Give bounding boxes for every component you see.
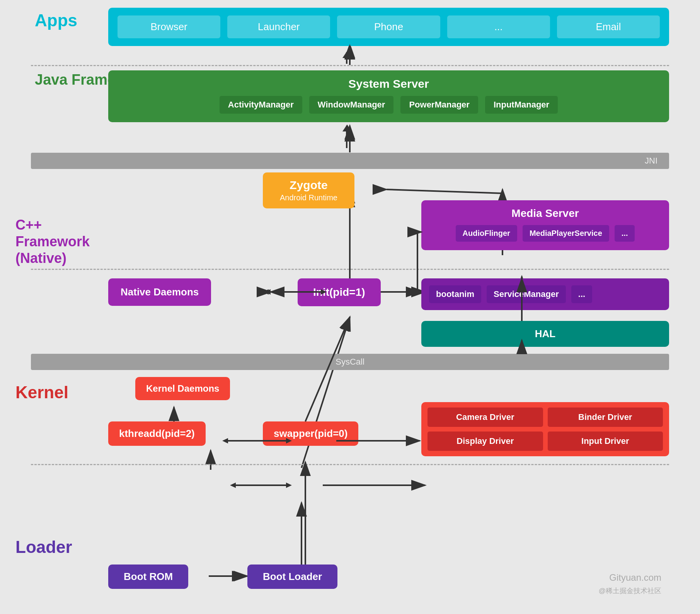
jni-bar: JNI	[31, 153, 669, 169]
app-browser: Browser	[118, 15, 220, 38]
loader-label: Loader	[15, 537, 72, 557]
swapper-box: swapper(pid=0)	[263, 421, 358, 446]
syscall-label: SysCall	[336, 357, 364, 367]
ss-power: PowerManager	[400, 96, 478, 114]
svg-marker-17	[230, 483, 236, 488]
syscall-bar: SysCall	[31, 354, 669, 370]
svg-marker-16	[286, 483, 292, 488]
zygote-box: Zygote Android Runtime	[263, 172, 354, 208]
svg-marker-32	[263, 289, 269, 295]
boot-rom-box: Boot ROM	[108, 565, 188, 589]
hal-box: HAL	[421, 321, 669, 347]
app-email: Email	[557, 15, 660, 38]
watermark2: @稀土掘金技术社区	[599, 586, 661, 595]
cpp-framework-label: C++ Framework (Native)	[15, 217, 93, 267]
driver-camera: Camera Driver	[427, 408, 543, 427]
init-sub-box: bootanim ServiceManager ...	[421, 278, 669, 310]
ms-audio: AudioFlinger	[456, 225, 517, 242]
kernel-daemons-box: Kernel Daemons	[135, 377, 230, 400]
media-server-box: Media Server AudioFlinger MediaPlayerSer…	[421, 200, 669, 250]
driver-input: Input Driver	[548, 432, 663, 451]
ms-ellipsis: ...	[615, 225, 635, 242]
init-sub-ellipsis: ...	[571, 285, 592, 303]
apps-label: Apps	[35, 11, 77, 30]
driver-binder: Binder Driver	[548, 408, 663, 427]
jni-label: JNI	[645, 156, 657, 166]
init-sub-servicemanager: ServiceManager	[487, 285, 566, 303]
arrowhead-apps	[342, 51, 352, 58]
system-server-box: System Server ActivityManager WindowMana…	[108, 70, 669, 122]
ms-mediaplayer: MediaPlayerService	[523, 225, 609, 242]
system-server-title: System Server	[119, 77, 658, 90]
kernel-label: Kernel	[15, 383, 68, 402]
ss-window: WindowManager	[309, 96, 394, 114]
app-phone: Phone	[337, 15, 440, 38]
apps-bar: Browser Launcher Phone ... Email	[108, 8, 669, 46]
zygote-title: Zygote	[280, 179, 337, 192]
svg-marker-12	[265, 289, 271, 295]
dashed-divider-2	[31, 269, 669, 270]
svg-marker-38	[222, 438, 228, 443]
app-launcher: Launcher	[227, 15, 330, 38]
app-ellipsis: ...	[447, 15, 550, 38]
init-box: Init(pid=1)	[298, 278, 381, 306]
watermark: Gityuan.com	[609, 572, 661, 583]
dashed-divider-3	[31, 464, 669, 465]
driver-display: Display Driver	[427, 432, 543, 451]
boot-loader-box: Boot Loader	[247, 565, 337, 589]
init-sub-bootanim: bootanim	[429, 285, 481, 303]
media-server-title: Media Server	[431, 207, 660, 220]
zygote-subtitle: Android Runtime	[280, 193, 337, 202]
dashed-divider-1	[31, 65, 669, 66]
ss-activity: ActivityManager	[220, 96, 302, 114]
native-daemons-box: Native Daemons	[108, 278, 211, 306]
drivers-grid: Camera Driver Binder Driver Display Driv…	[421, 402, 669, 456]
arrowhead-ss	[342, 125, 352, 131]
ss-input: InputManager	[485, 96, 558, 114]
kthreadd-box: kthreadd(pid=2)	[108, 421, 206, 446]
